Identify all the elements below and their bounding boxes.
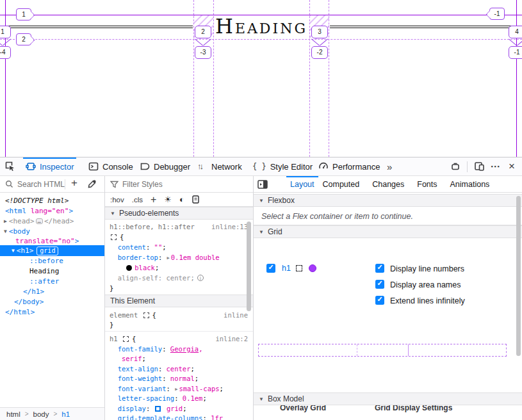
h1-after-double-border (330, 26, 516, 28)
css-declaration[interactable]: font-family: Georgia, (110, 344, 248, 354)
css-declaration[interactable]: grid-template-columns: 1fr (110, 413, 248, 420)
css-rule-close: } (110, 319, 248, 330)
collapse-arrow-icon: ▼ (259, 396, 264, 402)
tab-debugger[interactable]: Debugger (140, 158, 190, 175)
filter-styles-input[interactable]: Filter Styles (122, 180, 163, 189)
css-declaration[interactable]: letter-spacing: 0.1em; (110, 393, 248, 403)
css-declaration[interactable]: content: ""; (110, 242, 248, 252)
pseudo-class-toggle[interactable]: :hov (110, 196, 124, 204)
breadcrumb-item[interactable]: html (6, 410, 20, 418)
css-declaration-continued[interactable]: black; (110, 262, 248, 273)
grid-outline-preview[interactable] (258, 344, 507, 357)
layout-scrollbar[interactable] (516, 196, 521, 356)
css-declaration-inactive[interactable]: align-self: center; (110, 273, 248, 283)
tab-style-editor[interactable]: { } Style Editor (252, 158, 313, 175)
add-rule-button[interactable]: + (151, 194, 156, 206)
light-scheme-icon[interactable]: ☀ (164, 195, 172, 204)
grid-row-line-2-dashed (0, 39, 522, 40)
collapse-arrow-icon: ▼ (110, 211, 115, 216)
section-grid[interactable]: ▼ Grid (254, 225, 522, 238)
page-heading-text: Heading (204, 14, 319, 38)
tab-label: Style Editor (270, 162, 313, 172)
performance-icon (318, 161, 329, 172)
tab-performance[interactable]: Performance (318, 158, 380, 175)
css-declaration[interactable]: font-variant: ▶small-caps; (110, 384, 248, 394)
display-line-numbers-checkbox[interactable] (375, 264, 384, 273)
grid-column-line-1 (5, 0, 6, 157)
grid-column-line-4 (516, 0, 517, 157)
css-rule-selector[interactable]: inline:13h1::before, h1::after (110, 222, 248, 232)
tree-line-after-pseudo[interactable]: ::after (29, 277, 59, 287)
tab-inspector[interactable]: Inspector (26, 158, 74, 175)
extend-lines-infinitely-checkbox[interactable] (375, 296, 384, 305)
tab-computed[interactable]: Computed (323, 176, 360, 192)
grid-line-number-pair: 3 -2 (311, 26, 328, 59)
tree-line-html-close[interactable]: </html> (5, 307, 35, 318)
css-declaration[interactable]: font-weight: normal; (110, 373, 248, 384)
meatball-menu-icon[interactable]: ⋯ (489, 161, 501, 172)
tab-fonts[interactable]: Fonts (417, 176, 437, 192)
more-tabs-button[interactable]: » (387, 158, 392, 175)
tree-line-h1-close[interactable]: </h1> (23, 287, 44, 297)
pick-element-icon[interactable] (4, 161, 16, 172)
grid-color-swatch[interactable] (309, 264, 316, 272)
grid-line-number-pair: 2 -3 (195, 26, 211, 59)
display-area-names-checkbox[interactable] (375, 280, 384, 289)
tab-animations[interactable]: Animations (450, 176, 490, 192)
css-declaration[interactable]: text-align: center; (110, 364, 248, 374)
display-line-numbers-label: Display line numbers (390, 264, 464, 273)
tab-layout[interactable]: Layout (290, 176, 314, 192)
css-declaration[interactable]: display: grid; (110, 403, 248, 414)
tree-line-html-open[interactable]: <html lang="en"> (5, 206, 73, 216)
tree-line-doctype[interactable]: <!DOCTYPE html> (5, 196, 69, 206)
tree-line-text[interactable]: Heading (29, 266, 59, 277)
css-declaration-continued[interactable]: serif; (110, 353, 248, 364)
tree-line-before-pseudo[interactable]: ::before (29, 256, 63, 266)
print-media-icon[interactable] (192, 195, 199, 204)
h1-before-double-border (8, 26, 193, 28)
collapse-arrow-icon: ▼ (259, 229, 264, 235)
filter-styles-bar: Filter Styles (105, 176, 253, 193)
tree-line-body-open[interactable]: ▼<body (4, 227, 30, 237)
section-flexbox[interactable]: ▼ Flexbox (254, 194, 522, 207)
devtools-toolbar: Inspector Console Debugger ↑↓ Network { … (0, 158, 522, 176)
section-this-element[interactable]: This Element (105, 295, 253, 307)
tab-console[interactable]: Console (88, 158, 133, 175)
search-input[interactable]: Search HTML (17, 180, 65, 189)
grid-overlay-checkbox[interactable] (266, 264, 275, 273)
tab-network[interactable]: ↑↓ Network (197, 158, 242, 175)
tab-changes[interactable]: Changes (372, 176, 404, 192)
sidebar-toggle-icon[interactable] (257, 180, 268, 189)
rule-source-link[interactable]: inline:13 (211, 222, 248, 232)
rule-separator (105, 331, 253, 332)
add-node-button[interactable]: + (71, 177, 77, 190)
breadcrumb-separator: > (25, 410, 29, 417)
rule-source-link[interactable]: inline:2 (215, 334, 248, 344)
tree-line-body-close[interactable]: </body> (14, 297, 44, 307)
screenshot-device-icon[interactable] (450, 161, 461, 172)
section-box-model[interactable]: ▼ Box Model (254, 392, 522, 405)
firefox-devtools-screenshot: Heading 1 2 -1 1 -4 2 -3 3 -2 4 -1 (0, 0, 522, 420)
close-devtools-icon[interactable]: × (506, 161, 518, 172)
tree-line-body-attr[interactable]: translate="no"> (15, 236, 79, 246)
sidebar-tabs-bar: Layout Computed Changes Fonts Animations (254, 176, 522, 193)
section-pseudo-elements[interactable]: ▼ Pseudo-elements (105, 207, 253, 220)
css-rule-selector[interactable]: inline:2h1 { (110, 334, 248, 344)
dark-scheme-icon[interactable]: ◐ (179, 195, 184, 204)
eyedropper-icon[interactable] (87, 179, 97, 189)
tab-label: Performance (332, 162, 380, 172)
tree-line-h1-selected[interactable]: ▼<h1>grid (12, 246, 58, 256)
rules-scrollbar[interactable] (247, 222, 251, 311)
braces-icon: { } (252, 162, 266, 171)
highlight-grid-icon[interactable] (296, 265, 302, 271)
inspected-page-viewport: Heading 1 2 -1 1 -4 2 -3 3 -2 4 -1 (0, 0, 522, 157)
responsive-design-mode-icon[interactable] (473, 161, 485, 172)
rule-source-link[interactable]: inline (224, 310, 248, 320)
class-toggle[interactable]: .cls (132, 196, 143, 204)
tree-line-head[interactable]: ▶<head>…</head> (4, 216, 74, 227)
css-rule-selector[interactable]: inlineelement { (110, 310, 248, 320)
css-declaration[interactable]: border-top: ▶0.1em double (110, 252, 248, 262)
breadcrumb-item[interactable]: body (33, 410, 49, 418)
grid-overlay-item-link[interactable]: h1 (282, 264, 291, 273)
breadcrumb-item-current[interactable]: h1 (61, 410, 70, 418)
